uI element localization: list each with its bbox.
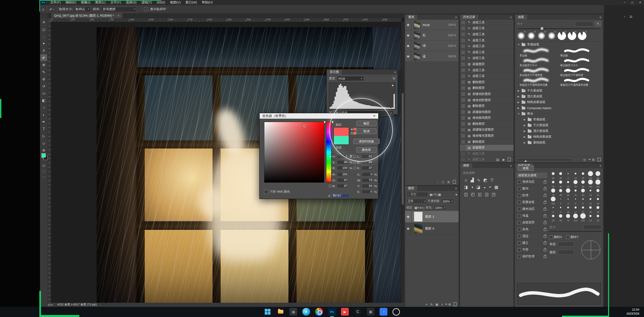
- brush-option-row[interactable]: 传递: [516, 213, 547, 219]
- 25[interactable]: 25: [579, 171, 587, 180]
- 25[interactable]: 25: [549, 214, 557, 222]
- history-state-box[interactable]: [461, 110, 465, 114]
- pen-tool[interactable]: ✒: [40, 118, 47, 125]
- adjustment-icon[interactable]: ∿: [477, 178, 480, 182]
- adjustment-icon[interactable]: ◨: [464, 185, 468, 190]
- tab-layers[interactable]: 图层: [405, 186, 417, 191]
- history-step[interactable]: ▤ 新建曲线图层: [460, 109, 514, 115]
- hue-marker-left[interactable]: [324, 121, 326, 123]
- lock-icon[interactable]: [544, 222, 546, 224]
- radio-button[interactable]: [328, 173, 331, 176]
- radio-button[interactable]: [353, 166, 356, 170]
- history-step[interactable]: ▤ 新建曝光度图层: [460, 127, 514, 133]
- 30[interactable]: 30: [557, 171, 564, 180]
- radio-button[interactable]: [328, 179, 331, 182]
- healing-brush-tool[interactable]: ⊕: [40, 61, 47, 68]
- layer-style-icon[interactable]: fx: [430, 303, 432, 306]
- 25[interactable]: 25: [587, 205, 594, 214]
- adjustment-icon[interactable]: ◩: [483, 178, 487, 182]
- history-state-box[interactable]: [461, 145, 465, 150]
- tip-size-field[interactable]: [583, 225, 602, 230]
- value-field[interactable]: 56: [362, 184, 373, 188]
- channel-row[interactable]: ◉ 红 Ctrl+3: [405, 30, 459, 41]
- refresh-icon[interactable]: ↻: [393, 77, 396, 80]
- delete-channel-icon[interactable]: [453, 181, 456, 184]
- explorer-icon[interactable]: [277, 308, 284, 316]
- brush-option-row[interactable]: 画笔笔势: [516, 219, 547, 226]
- brush-option-row[interactable]: 双重画笔: [516, 199, 547, 206]
- menu-item[interactable]: 编辑(E): [63, 0, 79, 4]
- history-step[interactable]: ✎ 画笔工具: [460, 49, 514, 56]
- new-brush-icon[interactable]: ⊞: [592, 158, 595, 161]
- lock-icon[interactable]: ◻: [422, 206, 424, 210]
- dock-panel-icon[interactable]: ▤: [629, 15, 632, 18]
- pressure-size-icon[interactable]: ✎: [595, 21, 601, 26]
- value-field[interactable]: 87: [337, 178, 348, 182]
- chrome-icon[interactable]: [315, 308, 323, 316]
- option-checkbox[interactable]: [518, 214, 521, 218]
- 100[interactable]: 100: [549, 197, 557, 205]
- home-icon[interactable]: ⌂: [42, 7, 44, 11]
- history-step[interactable]: ✎ 画笔工具: [460, 43, 514, 49]
- color-field-cursor[interactable]: [303, 124, 306, 128]
- tab-brushes[interactable]: 画笔: [515, 15, 527, 20]
- option-checkbox[interactable]: [518, 187, 521, 191]
- 50[interactable]: 50: [579, 180, 587, 188]
- history-step[interactable]: ▤ 修改曝光度图层: [460, 133, 514, 139]
- 25[interactable]: 25: [594, 214, 602, 222]
- web-colors-checkbox[interactable]: [264, 190, 268, 194]
- history-state-box[interactable]: [461, 98, 465, 102]
- maximize-button[interactable]: ▢: [631, 1, 634, 4]
- brush-folder[interactable]: ▶ 干介质画笔: [515, 88, 603, 94]
- new-snapshot-icon[interactable]: ◉: [502, 158, 505, 161]
- option-checkbox[interactable]: [518, 235, 521, 238]
- save-selection-icon[interactable]: ◻: [442, 180, 444, 184]
- saturation-brightness-field[interactable]: [264, 122, 324, 183]
- filter-icon[interactable]: ▦: [438, 193, 441, 196]
- history-state-box[interactable]: [461, 92, 465, 96]
- crop-tool[interactable]: #: [40, 47, 47, 54]
- brush-option-row[interactable]: 形状动态: [516, 179, 547, 185]
- preview-size-slider[interactable]: [517, 159, 571, 160]
- history-state-box[interactable]: [461, 44, 465, 48]
- history-step[interactable]: ▤ 修改色阶图层: [460, 97, 514, 103]
- adjustment-icon[interactable]: ▦: [494, 185, 498, 190]
- history-state-box[interactable]: [461, 62, 465, 66]
- menu-item[interactable]: 文字(Y): [108, 0, 123, 4]
- lock-icon[interactable]: [544, 188, 546, 190]
- lock-icon[interactable]: [544, 249, 546, 251]
- lock-icon[interactable]: [544, 195, 546, 197]
- photoshop-icon[interactable]: Ps: [328, 308, 336, 316]
- brush-folder[interactable]: ▶ Composite Nation: [515, 105, 603, 111]
- brush-subfolder[interactable]: ▶ 湿介质画笔: [515, 128, 603, 134]
- app-red-icon[interactable]: ▶: [341, 308, 349, 316]
- load-selection-icon[interactable]: ◌: [437, 180, 439, 184]
- 45[interactable]: 45: [557, 180, 564, 188]
- history-step[interactable]: ✎ 画笔工具: [460, 20, 514, 26]
- 100[interactable]: 100: [587, 180, 594, 188]
- brush-option-row[interactable]: 平滑: [516, 246, 547, 253]
- option-checkbox[interactable]: [518, 255, 521, 258]
- eye-icon[interactable]: ◉: [405, 20, 411, 30]
- 16[interactable]: 16: [594, 197, 602, 205]
- eyedropper-tool[interactable]: ✐: [40, 54, 47, 61]
- panel-menu-icon[interactable]: ≡: [455, 187, 457, 190]
- app-c-icon[interactable]: C: [354, 308, 362, 316]
- 50[interactable]: 50: [557, 214, 564, 222]
- history-step[interactable]: ▤ 新建色阶图层: [460, 91, 514, 97]
- clone-stamp-tool[interactable]: ⊚: [40, 76, 47, 82]
- panel-menu-icon[interactable]: ≡: [510, 16, 512, 19]
- lock-icon[interactable]: [544, 235, 546, 238]
- 90[interactable]: 90: [564, 188, 572, 197]
- close-tab-icon[interactable]: ✕: [117, 14, 120, 17]
- sample-dropdown[interactable]: 所有图层▾: [101, 6, 137, 12]
- blend-mode-dropdown[interactable]: 正常▾: [406, 199, 427, 204]
- brush-size-field[interactable]: [575, 21, 593, 26]
- tab-channels[interactable]: 通道: [405, 15, 417, 20]
- option-checkbox[interactable]: [518, 180, 521, 184]
- history-state-box[interactable]: [461, 56, 465, 60]
- brush-option-row[interactable]: 湿边: [516, 233, 547, 240]
- 30[interactable]: 30: [549, 171, 557, 180]
- history-step[interactable]: ✎ 画笔工具: [460, 32, 514, 38]
- history-step[interactable]: ✎ 画笔工具: [460, 26, 514, 32]
